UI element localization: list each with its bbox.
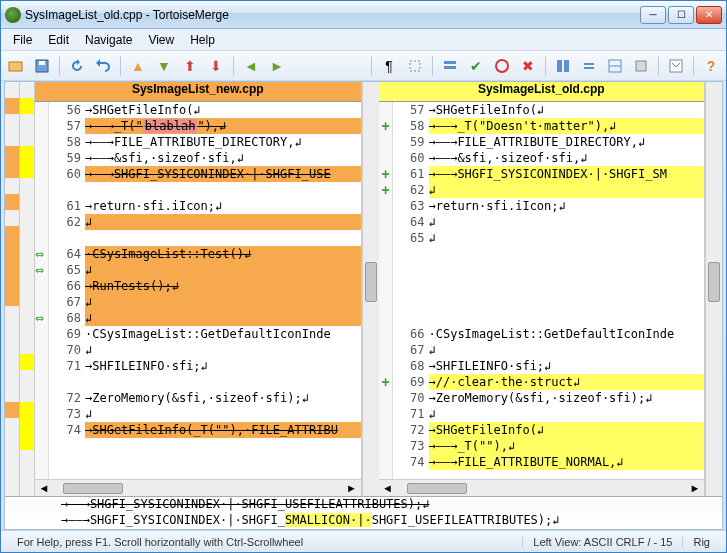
whitespace-icon[interactable] xyxy=(404,55,426,77)
code-line[interactable]: →——→&sfi,·sizeof·sfi,↲ xyxy=(429,150,705,166)
code-line[interactable]: →SHGetFileInfo(↲ xyxy=(429,102,705,118)
code-line[interactable]: ·CSysImageList::GetDefaultIconInde xyxy=(429,326,705,342)
left-code[interactable]: →SHGetFileInfo(↲→——→_T("blablah"),↲→——→F… xyxy=(85,102,361,479)
code-line[interactable]: ↲ xyxy=(429,342,705,358)
code-line[interactable]: →SHFILEINFO·sfi;↲ xyxy=(85,358,361,374)
code-line[interactable]: →//·clear·the·struct↲ xyxy=(429,374,705,390)
code-line[interactable]: ·CSysImageList::GetDefaultIconInde xyxy=(85,326,361,342)
code-line[interactable]: ↲ xyxy=(85,214,361,230)
close-button[interactable]: ✕ xyxy=(696,6,722,24)
code-line[interactable]: →SHFILEINFO·sfi;↲ xyxy=(429,358,705,374)
code-line[interactable]: ↲ xyxy=(429,214,705,230)
code-line[interactable] xyxy=(429,278,705,294)
right-code[interactable]: →SHGetFileInfo(↲→——→_T("Doesn't·matter")… xyxy=(429,102,705,479)
code-line[interactable]: →——→SHGFI_SYSICONINDEX·|·SHGFI_SM xyxy=(429,166,705,182)
app-icon xyxy=(5,7,21,23)
svg-rect-3 xyxy=(410,61,420,71)
app-window: SysImageList_old.cpp - TortoiseMerge ─ ☐… xyxy=(0,0,727,553)
switch-icon[interactable] xyxy=(578,55,600,77)
save-icon[interactable] xyxy=(31,55,53,77)
right-vscroll[interactable] xyxy=(705,82,722,496)
code-line[interactable]: →——→FILE_ATTRIBUTE_NORMAL,↲ xyxy=(429,454,705,470)
menubar: File Edit Navigate View Help xyxy=(1,29,726,51)
collapse-icon[interactable] xyxy=(604,55,626,77)
code-line[interactable]: ·CSysImageList::Test()↲ xyxy=(85,246,361,262)
next-conflict-icon[interactable]: ⬇ xyxy=(205,55,227,77)
code-line[interactable]: →SHGetFileInfo(↲ xyxy=(429,422,705,438)
menu-view[interactable]: View xyxy=(140,30,182,50)
inline-diff-icon[interactable] xyxy=(439,55,461,77)
menu-navigate[interactable]: Navigate xyxy=(77,30,140,50)
code-line[interactable]: ↲ xyxy=(85,406,361,422)
code-line[interactable] xyxy=(429,246,705,262)
menu-edit[interactable]: Edit xyxy=(40,30,77,50)
bottom-line-2: →——→SHGFI_SYSICONINDEX·|·SHGFI_SMALLICON… xyxy=(5,513,722,529)
code-line[interactable]: →——→_T("blablah"),↲ xyxy=(85,118,361,134)
pilcrow-icon[interactable]: ¶ xyxy=(378,55,400,77)
code-line[interactable] xyxy=(85,230,361,246)
maximize-button[interactable]: ☐ xyxy=(668,6,694,24)
right-pane-title: SysImageList_old.cpp xyxy=(379,82,705,102)
locator-bar[interactable] xyxy=(5,82,35,496)
use-theirs-icon[interactable]: ✖ xyxy=(517,55,539,77)
svg-rect-7 xyxy=(557,60,562,72)
svg-rect-8 xyxy=(564,60,569,72)
code-line[interactable] xyxy=(429,294,705,310)
code-line[interactable]: →SHGetFileInfo(_T(""),·FILE_ATTRIBU xyxy=(85,422,361,438)
window-title: SysImageList_old.cpp - TortoiseMerge xyxy=(25,8,640,22)
titlebar[interactable]: SysImageList_old.cpp - TortoiseMerge ─ ☐… xyxy=(1,1,726,29)
right-hscroll[interactable]: ◄ ► xyxy=(379,479,705,496)
code-line[interactable]: ↲ xyxy=(429,182,705,198)
code-line[interactable]: →return·sfi.iIcon;↲ xyxy=(429,198,705,214)
use-mine-icon[interactable] xyxy=(491,55,513,77)
next-inline-icon[interactable]: ► xyxy=(266,55,288,77)
svg-rect-0 xyxy=(9,62,22,71)
statusbar: For Help, press F1. Scroll horizontally … xyxy=(1,530,726,552)
status-view: Left View: ASCII CRLF / - 15 xyxy=(522,536,682,548)
code-line[interactable]: →——→SHGFI_SYSICONINDEX·|·SHGFI_USE xyxy=(85,166,361,182)
prev-inline-icon[interactable]: ◄ xyxy=(240,55,262,77)
code-line[interactable]: →ZeroMemory(&sfi,·sizeof·sfi);↲ xyxy=(429,390,705,406)
code-line[interactable]: →——→FILE_ATTRIBUTE_DIRECTORY,↲ xyxy=(85,134,361,150)
code-line[interactable]: →——→&sfi,·sizeof·sfi,↲ xyxy=(85,150,361,166)
code-line[interactable] xyxy=(85,182,361,198)
toolbar: ▲ ▼ ⬆ ⬇ ◄ ► ¶ ✔ ✖ ? xyxy=(1,51,726,81)
prev-diff-up-icon[interactable]: ▲ xyxy=(127,55,149,77)
settings-icon[interactable] xyxy=(665,55,687,77)
next-diff-down-icon[interactable]: ▼ xyxy=(153,55,175,77)
code-line[interactable] xyxy=(85,374,361,390)
code-line[interactable]: →return·sfi.iIcon;↲ xyxy=(85,198,361,214)
code-line[interactable]: →——→_T("Doesn't·matter"),↲ xyxy=(429,118,705,134)
code-line[interactable]: →RunTests();↲ xyxy=(85,278,361,294)
code-line[interactable]: ↲ xyxy=(429,230,705,246)
menu-help[interactable]: Help xyxy=(182,30,223,50)
minimize-button[interactable]: ─ xyxy=(640,6,666,24)
bottom-line-1: →——→SHGFI_SYSICONINDEX·|·SHGFI_USEFILEAT… xyxy=(5,497,722,513)
left-hscroll[interactable]: ◄ ► xyxy=(35,479,361,496)
content-area: SysImageList_new.cpp ⇔⇔⇔ 565758596061626… xyxy=(4,81,723,530)
reload-icon[interactable] xyxy=(66,55,88,77)
svg-rect-5 xyxy=(444,66,456,69)
wrap-icon[interactable] xyxy=(630,55,652,77)
help-icon[interactable]: ? xyxy=(700,55,722,77)
mark-resolved-icon[interactable]: ✔ xyxy=(465,55,487,77)
bottom-pane[interactable]: →——→SHGFI_SYSICONINDEX·|·SHGFI_USEFILEAT… xyxy=(5,496,722,529)
code-line[interactable]: ↲ xyxy=(85,294,361,310)
code-line[interactable]: ↲ xyxy=(85,310,361,326)
left-pane-title: SysImageList_new.cpp xyxy=(35,82,361,102)
code-line[interactable]: →SHGetFileInfo(↲ xyxy=(85,102,361,118)
two-pane-icon[interactable] xyxy=(552,55,574,77)
menu-file[interactable]: File xyxy=(5,30,40,50)
code-line[interactable]: →ZeroMemory(&sfi,·sizeof·sfi);↲ xyxy=(85,390,361,406)
prev-conflict-icon[interactable]: ⬆ xyxy=(179,55,201,77)
code-line[interactable]: ↲ xyxy=(429,406,705,422)
code-line[interactable]: →——→_T(""),↲ xyxy=(429,438,705,454)
code-line[interactable] xyxy=(429,310,705,326)
left-vscroll[interactable] xyxy=(362,82,379,496)
code-line[interactable]: ↲ xyxy=(85,262,361,278)
code-line[interactable] xyxy=(429,262,705,278)
code-line[interactable]: →——→FILE_ATTRIBUTE_DIRECTORY,↲ xyxy=(429,134,705,150)
code-line[interactable]: ↲ xyxy=(85,342,361,358)
open-icon[interactable] xyxy=(5,55,27,77)
undo-icon[interactable] xyxy=(92,55,114,77)
